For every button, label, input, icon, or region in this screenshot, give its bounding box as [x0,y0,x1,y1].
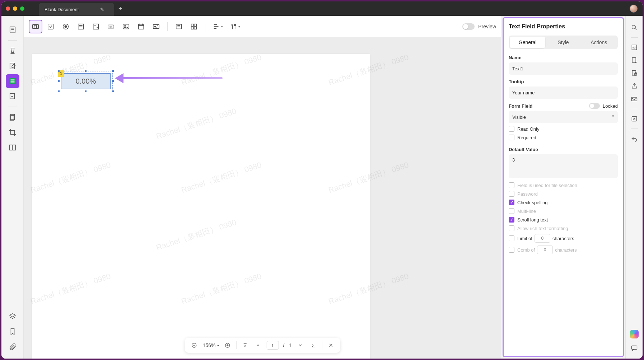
ocr-icon[interactable]: OCR [629,42,640,53]
multiline-row: Multi-line [509,208,618,214]
pencil-icon[interactable]: ✎ [100,7,104,12]
selected-text-field[interactable]: 0.00% 1 [59,71,113,91]
more-tools[interactable]: ▾ [227,20,243,33]
compare-icon[interactable] [6,141,19,154]
svg-rect-6 [10,81,14,83]
last-page-button[interactable] [309,341,317,350]
undo-icon[interactable] [629,133,640,144]
scroll-checkbox[interactable] [509,217,514,223]
visibility-select[interactable] [509,111,618,123]
svg-rect-36 [191,27,193,29]
titlebar: Blank Document ✎ + [1,1,643,16]
zoom-dropdown[interactable]: 156%▾ [203,342,219,348]
window-controls [6,6,24,11]
convert-icon[interactable] [629,55,640,66]
crop-icon[interactable] [6,126,19,139]
top-toolbar: OK ▾ ▾ Preview [24,16,501,37]
form-field-label: Form Field [509,103,532,109]
app-body: OK ▾ ▾ Preview Rachel（裴相田） 0980 Rachel（裴… [1,16,643,359]
document-tab[interactable]: Blank Document ✎ [39,3,114,16]
app-logo-icon[interactable] [630,330,639,338]
highlight-icon[interactable] [6,44,19,58]
protect-icon[interactable] [629,68,640,79]
thumbnails-icon[interactable] [6,23,19,37]
date-tool[interactable] [134,20,148,33]
richtext-row: Allow rich text formatting [509,225,618,231]
close-controls-button[interactable] [326,341,335,350]
readonly-row[interactable]: Read Only [509,126,618,132]
field-order-tool[interactable] [172,20,186,33]
comment-icon[interactable] [629,343,640,354]
password-row: Password [509,191,618,197]
app-window: Blank Document ✎ + [1,1,643,359]
svg-rect-34 [191,24,193,26]
svg-rect-37 [194,27,196,29]
user-avatar[interactable] [630,5,638,13]
mail-icon[interactable] [629,94,640,104]
preview-toggle[interactable] [462,23,475,30]
readonly-checkbox[interactable] [509,126,514,132]
limit-checkbox[interactable] [509,235,514,241]
svg-rect-61 [631,97,637,101]
left-sidebar [1,16,24,359]
fullscreen-window-button[interactable] [20,6,24,11]
comb-input [537,246,553,254]
layers-icon[interactable] [6,310,19,323]
page-separator: / [283,342,285,348]
grid-tool[interactable] [187,20,201,33]
close-window-button[interactable] [6,6,10,11]
svg-rect-58 [632,58,636,62]
locked-toggle[interactable] [589,103,600,109]
required-checkbox[interactable] [509,135,514,140]
minimize-window-button[interactable] [13,6,17,11]
svg-point-42 [234,24,235,25]
name-label: Name [509,55,618,60]
listbox-tool[interactable] [74,20,88,33]
compress-icon[interactable] [629,113,640,124]
radio-tool[interactable] [59,20,73,33]
limit-input[interactable] [535,234,550,243]
share-icon[interactable] [629,81,640,92]
text-field-tool[interactable] [29,20,42,33]
edit-icon[interactable] [6,59,19,73]
svg-rect-26 [139,24,144,29]
zoom-out-button[interactable] [190,341,199,350]
spelling-checkbox[interactable] [509,200,514,205]
align-tool[interactable]: ▾ [210,20,225,33]
next-page-button[interactable] [296,341,304,350]
prev-page-button[interactable] [254,341,262,350]
document-page[interactable]: Rachel（裴相田） 0980 Rachel（裴相田） 0980 Rachel… [32,54,370,359]
required-row[interactable]: Required [509,135,618,140]
limit-row[interactable]: Limit of characters [509,234,618,243]
checkbox-tool[interactable] [44,20,57,33]
attachment-icon[interactable] [6,340,19,354]
properties-tabs: General Style Actions [509,36,618,49]
panel-title: Text Field Properties [509,23,618,30]
button-tool[interactable]: OK [104,20,118,33]
svg-rect-4 [9,78,15,84]
name-input[interactable] [509,62,618,75]
spelling-row[interactable]: Check spelling [509,200,618,205]
svg-rect-0 [10,27,15,33]
combobox-tool[interactable] [89,20,103,33]
page-input[interactable] [267,341,279,350]
sign-icon[interactable] [6,89,19,103]
pages-icon[interactable] [6,111,19,124]
tooltip-input[interactable] [509,87,618,99]
tab-style[interactable]: Style [545,37,581,48]
scroll-row[interactable]: Scroll long text [509,217,618,223]
default-value-input[interactable] [509,154,618,178]
signature-tool[interactable] [149,20,163,33]
form-tool-icon[interactable] [6,74,19,88]
svg-rect-63 [631,346,637,349]
tab-general[interactable]: General [510,37,545,48]
tab-actions[interactable]: Actions [581,37,617,48]
properties-panel: Text Field Properties General Style Acti… [503,17,624,357]
bookmark-icon[interactable] [6,325,19,338]
first-page-button[interactable] [241,341,249,350]
add-tab-button[interactable]: + [118,5,122,13]
default-value-label: Default Value [509,147,618,152]
search-icon[interactable] [629,22,640,33]
image-tool[interactable] [119,20,133,33]
zoom-in-button[interactable] [223,341,232,350]
